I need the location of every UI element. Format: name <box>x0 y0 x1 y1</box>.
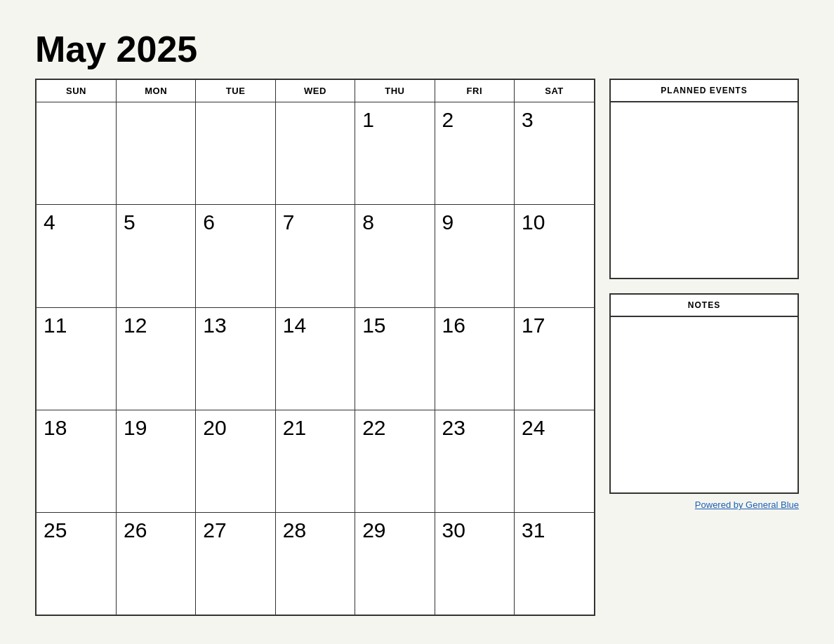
calendar-week-4: 18192021222324 <box>36 410 595 512</box>
day-number: 30 <box>442 518 465 542</box>
day-number: 9 <box>442 210 454 234</box>
col-fri: FRI <box>435 79 514 102</box>
calendar-cell-w2-d5: 8 <box>355 205 435 307</box>
calendar-header-row: SUN MON TUE WED THU FRI SAT <box>36 79 595 102</box>
calendar-cell-w3-d1: 11 <box>36 307 116 410</box>
planned-events-body <box>611 102 797 278</box>
calendar-cell-w5-d7: 31 <box>514 513 595 615</box>
day-number: 28 <box>283 518 306 542</box>
day-number: 29 <box>362 518 385 542</box>
day-number: 11 <box>44 314 67 337</box>
col-sat: SAT <box>514 79 595 102</box>
day-number: 1 <box>362 108 374 131</box>
calendar-cell-w1-d3 <box>196 102 275 205</box>
sidebar-wrapper: PLANNED EVENTS NOTES Powered by General … <box>609 79 799 616</box>
calendar-cell-w2-d3: 6 <box>196 205 275 307</box>
day-number: 3 <box>522 108 534 131</box>
page-container: May 2025 SUN MON TUE WED THU FRI SAT 123… <box>35 28 799 616</box>
calendar-cell-w4-d2: 19 <box>116 410 195 512</box>
calendar-cell-w5-d3: 27 <box>196 513 275 615</box>
calendar-week-5: 25262728293031 <box>36 513 595 615</box>
col-thu: THU <box>355 79 435 102</box>
day-number: 25 <box>44 518 67 542</box>
calendar-cell-w1-d1 <box>36 102 116 205</box>
calendar-cell-w1-d7: 3 <box>514 102 595 205</box>
col-wed: WED <box>275 79 355 102</box>
calendar-cell-w3-d4: 14 <box>275 307 355 410</box>
day-number: 4 <box>44 210 55 234</box>
calendar-cell-w4-d6: 23 <box>435 410 514 512</box>
calendar-cell-w2-d1: 4 <box>36 205 116 307</box>
day-number: 26 <box>124 518 147 542</box>
calendar-cell-w3-d2: 12 <box>116 307 195 410</box>
calendar-cell-w2-d6: 9 <box>435 205 514 307</box>
day-number: 2 <box>442 108 454 131</box>
calendar-week-2: 45678910 <box>36 205 595 307</box>
calendar-cell-w1-d4 <box>275 102 355 205</box>
calendar-cell-w1-d6: 2 <box>435 102 514 205</box>
col-sun: SUN <box>36 79 116 102</box>
day-number: 22 <box>362 416 385 439</box>
calendar-week-3: 11121314151617 <box>36 307 595 410</box>
calendar-cell-w4-d1: 18 <box>36 410 116 512</box>
day-number: 23 <box>442 416 465 439</box>
day-number: 16 <box>442 314 465 337</box>
calendar-cell-w2-d4: 7 <box>275 205 355 307</box>
day-number: 17 <box>522 314 545 337</box>
day-number: 15 <box>362 314 385 337</box>
planned-events-box: PLANNED EVENTS <box>609 79 799 279</box>
calendar-cell-w4-d3: 20 <box>196 410 275 512</box>
calendar-cell-w4-d5: 22 <box>355 410 435 512</box>
notes-body <box>611 317 797 492</box>
day-number: 18 <box>44 416 67 439</box>
calendar-cell-w4-d7: 24 <box>514 410 595 512</box>
calendar-cell-w2-d2: 5 <box>116 205 195 307</box>
day-number: 27 <box>203 518 226 542</box>
main-layout: SUN MON TUE WED THU FRI SAT 123456789101… <box>35 79 799 616</box>
calendar-cell-w3-d5: 15 <box>355 307 435 410</box>
calendar-section: SUN MON TUE WED THU FRI SAT 123456789101… <box>35 79 595 616</box>
calendar-cell-w5-d1: 25 <box>36 513 116 615</box>
calendar-cell-w4-d4: 21 <box>275 410 355 512</box>
day-number: 21 <box>283 416 306 439</box>
calendar-table: SUN MON TUE WED THU FRI SAT 123456789101… <box>35 79 595 616</box>
day-number: 24 <box>522 416 545 439</box>
sidebar: PLANNED EVENTS NOTES Powered by General … <box>609 79 799 510</box>
day-number: 31 <box>522 518 545 542</box>
planned-events-header: PLANNED EVENTS <box>611 80 797 102</box>
calendar-cell-w3-d6: 16 <box>435 307 514 410</box>
powered-by-link[interactable]: Powered by General Blue <box>695 499 799 510</box>
calendar-body: 1234567891011121314151617181920212223242… <box>36 102 595 616</box>
col-mon: MON <box>116 79 195 102</box>
calendar-cell-w2-d7: 10 <box>514 205 595 307</box>
calendar-cell-w5-d2: 26 <box>116 513 195 615</box>
calendar-cell-w1-d2 <box>116 102 195 205</box>
day-number: 12 <box>124 314 147 337</box>
calendar-cell-w5-d6: 30 <box>435 513 514 615</box>
col-tue: TUE <box>196 79 275 102</box>
page-title: May 2025 <box>35 28 799 70</box>
calendar-cell-w3-d3: 13 <box>196 307 275 410</box>
powered-by: Powered by General Blue <box>609 499 799 510</box>
calendar-cell-w5-d4: 28 <box>275 513 355 615</box>
day-number: 10 <box>522 210 545 234</box>
day-number: 13 <box>203 314 226 337</box>
day-number: 5 <box>124 210 135 234</box>
calendar-cell-w5-d5: 29 <box>355 513 435 615</box>
day-number: 14 <box>283 314 306 337</box>
day-number: 19 <box>124 416 147 439</box>
calendar-week-1: 123 <box>36 102 595 205</box>
day-number: 7 <box>283 210 295 234</box>
notes-box: NOTES <box>609 293 799 494</box>
calendar-cell-w3-d7: 17 <box>514 307 595 410</box>
day-number: 8 <box>362 210 374 234</box>
calendar-cell-w1-d5: 1 <box>355 102 435 205</box>
day-number: 20 <box>203 416 226 439</box>
day-number: 6 <box>203 210 215 234</box>
notes-header: NOTES <box>611 295 797 317</box>
